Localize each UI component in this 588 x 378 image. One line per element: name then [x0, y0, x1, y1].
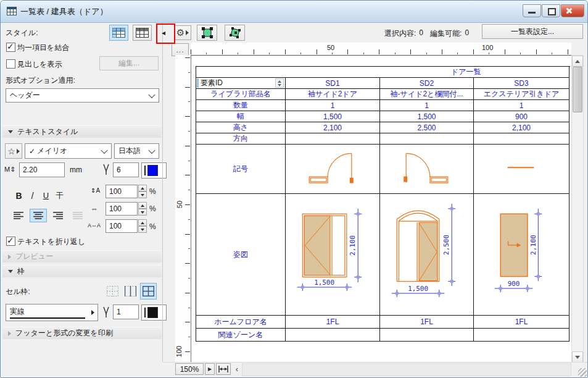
- element-id-header-cell[interactable]: 要素ID: [196, 78, 286, 89]
- row-label-cell[interactable]: 関連ゾーン名: [196, 329, 286, 342]
- format-option-select[interactable]: ヘッダー: [6, 88, 159, 103]
- table-cell[interactable]: [286, 133, 380, 145]
- elevation-cell-sd2[interactable]: 2,500 1,500: [380, 194, 474, 316]
- merge-items-checkbox[interactable]: [6, 43, 15, 52]
- width-factor-input[interactable]: 100: [106, 202, 138, 216]
- elevation-cell-sd3[interactable]: 2,100 900: [474, 194, 569, 316]
- align-right-button[interactable]: [49, 209, 67, 222]
- line-type-select[interactable]: 実線: [6, 304, 98, 321]
- table-cell[interactable]: 2,100: [474, 122, 569, 133]
- row-label-cell[interactable]: 方向: [196, 133, 286, 145]
- italic-button[interactable]: /: [26, 188, 39, 203]
- table-cell[interactable]: SD2: [380, 78, 474, 89]
- schedule-canvas[interactable]: ドア一覧 要素ID SD1 SD2 SD3 ライブラリ部品名 袖サイド2ドア 袖…: [191, 55, 572, 363]
- select-elements-button[interactable]: [197, 25, 217, 41]
- table-cell[interactable]: 袖-サイド2と欄間付...: [380, 89, 474, 100]
- table-cell[interactable]: 1FL: [286, 316, 380, 329]
- vertical-scroll-thumb[interactable]: [573, 67, 582, 112]
- align-center-button[interactable]: [30, 209, 47, 222]
- table-cell[interactable]: 1,500: [286, 111, 380, 122]
- strikethrough-button[interactable]: 干: [53, 188, 66, 203]
- align-justify-button[interactable]: [69, 209, 86, 222]
- text-pen-input[interactable]: 6: [113, 162, 139, 177]
- door-schedule-table: ドア一覧 要素ID SD1 SD2 SD3 ライブラリ部品名 袖サイド2ドア 袖…: [196, 66, 570, 342]
- row-label-cell[interactable]: 高さ: [196, 122, 286, 133]
- row-label-cell[interactable]: 姿図: [196, 194, 286, 316]
- scroll-down-button[interactable]: [572, 351, 583, 363]
- cell-frame-all-button[interactable]: [140, 283, 157, 300]
- table-cell[interactable]: 1: [286, 100, 380, 111]
- table-cell[interactable]: SD1: [286, 78, 380, 89]
- zoom-level-button[interactable]: 150%: [175, 363, 204, 375]
- row-label-cell[interactable]: 数量: [196, 100, 286, 111]
- vertical-scrollbar[interactable]: [571, 55, 584, 363]
- line-type-value: 実線: [10, 306, 85, 317]
- resize-grip[interactable]: [578, 368, 587, 377]
- table-cell[interactable]: 1,500: [380, 111, 474, 122]
- minimize-button[interactable]: [523, 4, 541, 17]
- maximize-button[interactable]: [542, 4, 560, 17]
- table-cell[interactable]: 1: [380, 100, 474, 111]
- favorites-star-button[interactable]: ☆: [5, 143, 22, 159]
- table-cell[interactable]: 1: [474, 100, 569, 111]
- scroll-left-button[interactable]: ‹: [233, 363, 241, 375]
- table-cell[interactable]: 袖サイド2ドア: [286, 89, 380, 100]
- table-cell[interactable]: 1FL: [474, 316, 569, 329]
- row-label-cell[interactable]: ライブラリ部品名: [196, 89, 286, 100]
- style-grid-plain-button[interactable]: [133, 25, 152, 41]
- underline-button[interactable]: U: [39, 188, 52, 203]
- sort-spinner[interactable]: [275, 78, 284, 88]
- elevation-cell-sd1[interactable]: 2,100 1,500: [286, 194, 380, 316]
- fit-width-button[interactable]: [216, 363, 231, 375]
- row-label-cell[interactable]: 記号: [196, 145, 286, 194]
- row-label-cell[interactable]: ホームフロア名: [196, 316, 286, 329]
- zoom-menu-button[interactable]: ▶: [205, 363, 215, 375]
- section-text-style[interactable]: テキストスタイル: [2, 125, 162, 138]
- show-heading-checkbox[interactable]: [6, 59, 15, 69]
- section-preview[interactable]: プレビュー: [2, 250, 162, 262]
- table-cell[interactable]: SD3: [474, 78, 569, 89]
- symbol-cell-sd2[interactable]: [380, 145, 474, 194]
- cell-frame-none-button[interactable]: [104, 283, 121, 300]
- selection-label: 選択内容:: [384, 28, 416, 39]
- symbol-cell-sd3[interactable]: [474, 145, 569, 194]
- table-cell[interactable]: 2,500: [380, 122, 474, 133]
- line-spacing-input[interactable]: 100: [106, 185, 138, 198]
- table-cell[interactable]: [380, 133, 474, 145]
- section-frame[interactable]: 枠: [2, 265, 162, 277]
- schedule-settings-button[interactable]: 一覧表設定...: [482, 24, 583, 39]
- wrap-text-checkbox[interactable]: [6, 237, 15, 246]
- close-button[interactable]: [561, 4, 584, 17]
- horizontal-scrollbar[interactable]: [242, 363, 571, 376]
- table-cell[interactable]: [474, 133, 569, 145]
- table-cell[interactable]: [474, 329, 569, 342]
- table-cell[interactable]: エクステリア引きドア: [474, 89, 569, 100]
- frame-pen-input[interactable]: 1: [113, 304, 139, 319]
- text-size-input[interactable]: 2.20: [19, 162, 65, 177]
- options-gear-button[interactable]: ⚙: [174, 25, 191, 40]
- language-select[interactable]: 日本語: [114, 143, 159, 159]
- text-height-icon: M⇕: [4, 166, 15, 174]
- table-cell[interactable]: 900: [474, 111, 569, 122]
- table-cell[interactable]: [380, 329, 474, 342]
- edit-geometry-button[interactable]: [225, 25, 245, 41]
- font-select[interactable]: ✓ メイリオ: [25, 143, 112, 159]
- edit-button[interactable]: 編集...: [99, 56, 159, 70]
- char-spacing-stepper[interactable]: [138, 219, 147, 233]
- ruler-overflow-button[interactable]: ...: [172, 43, 189, 56]
- width-factor-stepper[interactable]: [138, 202, 147, 216]
- symbol-cell-sd1[interactable]: [286, 145, 380, 194]
- scroll-up-button[interactable]: [572, 56, 583, 67]
- section-footer-print[interactable]: フッターと形式の変更を印刷: [2, 327, 162, 339]
- table-title-cell[interactable]: ドア一覧: [196, 67, 569, 78]
- style-grid-detailed-button[interactable]: [109, 25, 128, 41]
- bold-button[interactable]: B: [12, 188, 25, 203]
- cell-frame-vertical-button[interactable]: [122, 283, 139, 300]
- table-cell[interactable]: 2,100: [286, 122, 380, 133]
- align-left-button[interactable]: [10, 209, 27, 222]
- table-cell[interactable]: 1FL: [380, 316, 474, 329]
- table-cell[interactable]: [286, 329, 380, 342]
- line-spacing-stepper[interactable]: [138, 185, 147, 198]
- row-label-cell[interactable]: 幅: [196, 111, 286, 122]
- char-spacing-input[interactable]: 100: [106, 219, 138, 233]
